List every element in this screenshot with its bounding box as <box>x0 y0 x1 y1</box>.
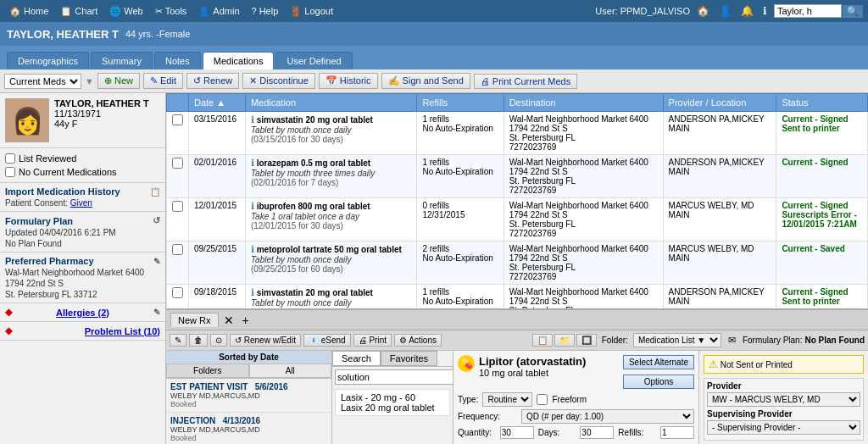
not-sent-box: ⚠ Not Sent or Printed <box>704 355 864 374</box>
col-date[interactable]: Date <box>189 94 246 112</box>
folder-select[interactable]: Medication List ▼ <box>633 333 721 347</box>
row-checkbox-0[interactable] <box>172 114 183 125</box>
bell-nav-icon[interactable]: 🔔 <box>738 4 756 18</box>
type-select[interactable]: Routine <box>482 392 532 407</box>
delete-rx-button[interactable]: 🗑 <box>189 334 208 347</box>
pharmacy-edit-icon[interactable]: ✎ <box>153 257 160 266</box>
folders-tab[interactable]: Folders <box>166 364 249 378</box>
add-rx-icon[interactable]: + <box>239 314 253 327</box>
allergies-edit-icon[interactable]: ✎ <box>153 308 160 317</box>
nav-help[interactable]: ? Help <box>247 4 284 18</box>
formulary-refresh-icon[interactable]: ↺ <box>153 215 160 226</box>
import-consent: Patient Consent: Given <box>5 198 160 208</box>
nav-logout[interactable]: 🚪 Logout <box>285 4 338 19</box>
sign-send-button[interactable]: ✍ Sign and Send <box>381 73 470 89</box>
meds-filter-select[interactable]: Current Meds <box>4 74 81 89</box>
email-icon[interactable]: ✉ <box>724 335 740 346</box>
all-tab[interactable]: All <box>249 364 332 378</box>
left-panel: 👩 TAYLOR, HEATHER T 11/13/1971 44y F Lis… <box>0 93 166 444</box>
row-checkbox-4[interactable] <box>172 287 183 298</box>
drug-name-block: Lipitor (atorvastatin) 10 mg oral tablet <box>479 355 586 378</box>
patient-photo-area: 👩 TAYLOR, HEATHER T 11/13/1971 44y F <box>0 93 165 148</box>
problems-link[interactable]: Problem List (10) <box>85 326 160 336</box>
favorites-tab[interactable]: Favorites <box>381 351 437 366</box>
medications-toolbar: Current Meds ▼ ⊕ New ✎ Edit ↺ Renew ✕ Di… <box>0 69 868 93</box>
copy-rx-button[interactable]: ⊙ <box>210 334 227 347</box>
new-button[interactable]: ⊕ New <box>97 73 140 89</box>
import-edit-icon[interactable]: 📋 <box>150 187 160 197</box>
historic-button[interactable]: 📅 Historic <box>319 73 378 89</box>
info-icon-0[interactable]: ℹ <box>251 114 254 125</box>
edit-rx-button[interactable]: ✎ <box>170 334 186 347</box>
info-icon-1[interactable]: ℹ <box>251 158 254 168</box>
tab-medications[interactable]: Medications <box>203 52 275 69</box>
nav-web[interactable]: 🌐 Web <box>104 4 147 19</box>
search-tab[interactable]: Search <box>332 351 381 366</box>
formulary-plan-value: No Plan Found <box>804 336 865 345</box>
pharmacy-address: 1794 22nd St S <box>5 279 160 288</box>
info-nav-icon[interactable]: ℹ <box>760 4 770 18</box>
print-rx-button[interactable]: 🖨 Print <box>353 334 392 347</box>
tab-summary[interactable]: Summary <box>91 52 153 69</box>
pharmacy-name: Wal-Mart Neighborhood Market 6400 <box>5 268 160 277</box>
drug-search-input[interactable] <box>335 369 453 385</box>
row-checkbox-2[interactable] <box>172 201 183 212</box>
problems-title: ◆ Problem List (10) <box>5 325 160 336</box>
info-icon-4[interactable]: ℹ <box>251 287 254 297</box>
drug-suggestion[interactable]: Lasix - 20 mg - 60 Lasix 20 mg oral tabl… <box>335 389 450 416</box>
nav-admin[interactable]: 👤 Admin <box>193 4 244 19</box>
quantity-input[interactable] <box>500 426 534 439</box>
row-check-3 <box>167 241 189 285</box>
edit-button[interactable]: ✎ Edit <box>143 73 183 89</box>
actions-button[interactable]: ⚙ Actions <box>394 334 442 347</box>
close-rx-icon[interactable]: ✕ <box>220 314 237 327</box>
person-nav-icon[interactable]: 👤 <box>716 4 734 18</box>
event-injection[interactable]: INJECTION 4/13/2016 WELBY MD,MARCUS,MD B… <box>166 413 331 444</box>
tab-notes[interactable]: Notes <box>154 52 201 69</box>
frequency-row: Frequency: QD (# per day: 1.00) <box>458 409 694 424</box>
freeform-checkbox[interactable] <box>537 394 548 405</box>
select-alternate-button[interactable]: Select Alternate <box>623 355 694 369</box>
renew-edit-button[interactable]: ↺ Renew w/Edit <box>230 334 301 347</box>
info-icon-2[interactable]: ℹ <box>251 201 254 211</box>
bottom-content: Sorted by Date Folders All EST PATIENT V… <box>166 351 868 444</box>
nav-right: User: PPMD_JALVISO 🏠 👤 🔔 ℹ 🔍 <box>595 4 864 19</box>
provider-select[interactable]: MW - MARCUS WELBY, MD <box>707 392 860 407</box>
nav-chart[interactable]: 📋 Chart <box>55 4 103 19</box>
event-status-2: Booked <box>170 434 327 442</box>
no-current-meds-checkbox[interactable] <box>5 167 15 177</box>
supervising-provider-select[interactable]: - Supervising Provider - <box>707 420 860 435</box>
event-est-visit[interactable]: EST PATIENT VISIT 5/6/2016 WELBY MD,MARC… <box>166 379 331 413</box>
print-current-meds-button[interactable]: 🖨 Print Current Meds <box>474 74 577 89</box>
options-button[interactable]: Options <box>623 375 694 389</box>
home-nav-icon[interactable]: 🏠 <box>694 4 712 18</box>
row-status-4: Current - Signed Sent to printer <box>776 285 868 309</box>
nav-tools[interactable]: ✂ Tools <box>150 4 192 19</box>
esend-button[interactable]: 📧 eSend <box>303 334 351 347</box>
days-input[interactable] <box>580 426 614 439</box>
search-fav-tabs: Search Favorites <box>332 351 453 367</box>
renew-button[interactable]: ↺ Renew <box>186 73 239 89</box>
allergies-link[interactable]: Allergies (2) <box>56 308 109 318</box>
tab-demographics[interactable]: Demographics <box>7 52 89 69</box>
pharmacy-section: Preferred Pharmacy ✎ Wal-Mart Neighborho… <box>0 253 165 303</box>
consent-link[interactable]: Given <box>70 198 92 208</box>
icon-btn-3[interactable]: 🔲 <box>576 334 597 347</box>
icon-btn-1[interactable]: 📋 <box>532 334 553 347</box>
nav-home[interactable]: 🏠 Home <box>4 4 53 19</box>
discontinue-button[interactable]: ✕ Discontinue <box>242 73 315 89</box>
refills-input[interactable] <box>660 426 694 439</box>
pharmacy-city: St. Petersburg FL 33712 <box>5 290 160 299</box>
table-row: 12/01/2015 ℹ ibuprofen 800 mg oral table… <box>167 198 868 241</box>
frequency-select[interactable]: QD (# per day: 1.00) <box>521 409 694 424</box>
row-checkbox-1[interactable] <box>172 158 183 169</box>
logout-icon: 🚪 <box>290 6 302 17</box>
list-reviewed-checkbox[interactable] <box>5 153 15 164</box>
info-icon-3[interactable]: ℹ <box>251 244 254 254</box>
row-checkbox-3[interactable] <box>172 244 183 255</box>
icon-btn-2[interactable]: 📁 <box>554 334 575 347</box>
top-search-button[interactable]: 🔍 <box>842 4 864 19</box>
top-search-input[interactable] <box>774 4 842 18</box>
tab-new-rx[interactable]: New Rx <box>170 313 219 327</box>
tab-user-defined[interactable]: User Defined <box>275 52 352 69</box>
